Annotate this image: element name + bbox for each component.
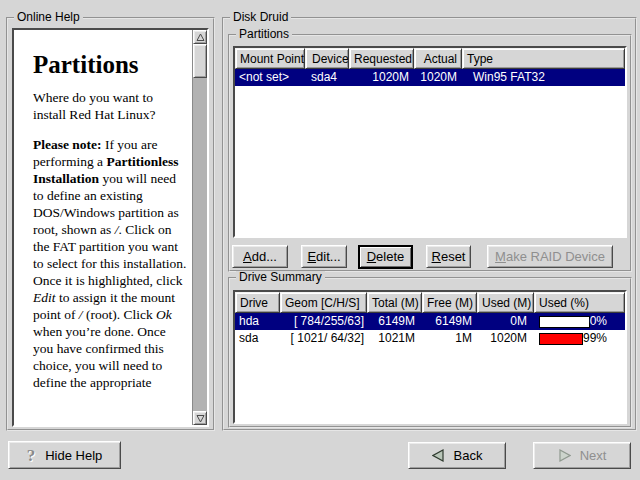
column-header-drive[interactable]: Drive <box>235 292 280 313</box>
question-mark-icon: ? <box>27 447 36 464</box>
edit-button[interactable]: Edit... <box>301 245 347 268</box>
cell-geom: [ 1021/ 64/32] <box>280 330 367 347</box>
cell-used: 1020M <box>477 330 534 347</box>
usage-bar <box>539 333 583 345</box>
help-paragraph-intro: Where do you want to install Red Hat Lin… <box>33 89 188 123</box>
drive-row-hda[interactable]: hda [ 784/255/63] 6149M 6149M 0M 0% <box>235 313 625 330</box>
drive-summary-frame: Drive Summary Drive Geom [C/H/S] Total (… <box>228 277 632 428</box>
partition-actions: Add... Edit... Delete Reset Make RAID De… <box>232 244 613 269</box>
usage-percent-label: 99% <box>583 330 625 347</box>
partitions-table-header: Mount Point Device Requested Actual Type <box>235 48 625 69</box>
partition-row[interactable]: <not set> sda4 1020M 1020M Win95 FAT32 <box>235 69 625 86</box>
cell-total: 1021M <box>367 330 422 347</box>
drive-summary-frame-label: Drive Summary <box>236 271 325 284</box>
usage-bar <box>539 316 590 328</box>
disk-druid-frame: Disk Druid Partitions Mount Point Device… <box>222 17 637 431</box>
scrollbar-thumb[interactable] <box>193 44 207 78</box>
cell-requested: 1020M <box>349 69 414 86</box>
scrollbar-down-icon[interactable] <box>193 411 207 425</box>
column-header-actual[interactable]: Actual <box>414 48 462 69</box>
back-arrow-icon <box>432 449 445 462</box>
back-button[interactable]: Back <box>408 442 506 469</box>
next-arrow-icon <box>558 449 571 462</box>
cell-used-pct: 99% <box>534 330 625 347</box>
hide-help-label: Hide Help <box>45 448 102 463</box>
help-text: Partitions Where do you want to install … <box>33 56 188 404</box>
column-header-type[interactable]: Type <box>462 48 625 69</box>
partitions-frame-label: Partitions <box>236 28 292 41</box>
column-header-total[interactable]: Total (M) <box>367 292 422 313</box>
online-help-frame-label: Online Help <box>14 11 83 24</box>
help-paragraph-note: Please note: If you are performing a Par… <box>33 136 188 391</box>
usage-percent-label: 0% <box>590 313 625 330</box>
cell-free: 6149M <box>422 313 477 330</box>
help-title: Partitions <box>33 56 188 73</box>
help-scrollbar[interactable] <box>192 30 207 425</box>
back-label: Back <box>454 448 483 463</box>
hide-help-button[interactable]: ? Hide Help <box>8 441 121 469</box>
reset-button[interactable]: Reset <box>426 245 471 268</box>
drive-summary-table: Drive Geom [C/H/S] Total (M) Free (M) Us… <box>233 290 627 424</box>
partitions-frame: Partitions Mount Point Device Requested … <box>228 34 632 272</box>
cell-type: Win95 FAT32 <box>462 69 625 86</box>
partitions-table: Mount Point Device Requested Actual Type… <box>233 46 627 238</box>
column-header-geom[interactable]: Geom [C/H/S] <box>280 292 367 313</box>
column-header-device[interactable]: Device <box>305 48 349 69</box>
cell-free: 1M <box>422 330 477 347</box>
column-header-used-m[interactable]: Used (M) <box>477 292 534 313</box>
cell-device: sda4 <box>305 69 349 86</box>
scrollbar-up-icon[interactable] <box>193 30 207 44</box>
cell-actual: 1020M <box>414 69 462 86</box>
cell-used-pct: 0% <box>534 313 625 330</box>
cell-total: 6149M <box>367 313 422 330</box>
drive-row-sda[interactable]: sda [ 1021/ 64/32] 1021M 1M 1020M 99% <box>235 330 625 347</box>
column-header-mount-point[interactable]: Mount Point <box>235 48 305 69</box>
next-button[interactable]: Next <box>533 442 631 469</box>
next-label: Next <box>580 448 607 463</box>
column-header-used-pct[interactable]: Used (%) <box>534 292 625 313</box>
drive-summary-table-header: Drive Geom [C/H/S] Total (M) Free (M) Us… <box>235 292 625 313</box>
cell-mount-point: <not set> <box>235 69 305 86</box>
add-button[interactable]: Add... <box>232 245 288 268</box>
column-header-requested[interactable]: Requested <box>349 48 414 69</box>
cell-used: 0M <box>477 313 534 330</box>
make-raid-device-button[interactable]: Make RAID Device <box>487 245 613 268</box>
disk-druid-frame-label: Disk Druid <box>230 11 291 24</box>
cell-drive: hda <box>235 313 280 330</box>
cell-geom: [ 784/255/63] <box>280 313 367 330</box>
delete-button[interactable]: Delete <box>358 245 413 269</box>
help-viewport: Partitions Where do you want to install … <box>12 28 209 427</box>
column-header-free[interactable]: Free (M) <box>422 292 477 313</box>
online-help-frame: Online Help Partitions Where do you want… <box>6 17 215 431</box>
cell-drive: sda <box>235 330 280 347</box>
